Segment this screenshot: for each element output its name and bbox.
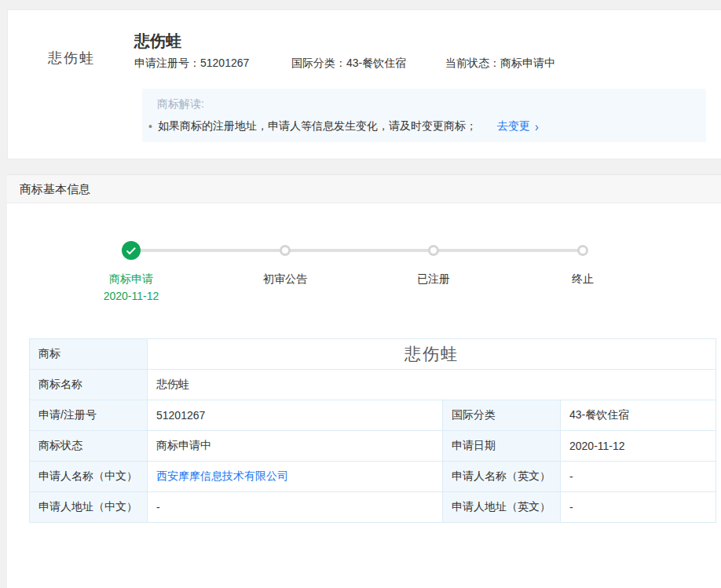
table-row: 商标名称 悲伤蛙 xyxy=(30,370,716,400)
table-row: 商标 悲伤蛙 xyxy=(30,339,716,370)
mark-image-text: 悲伤蛙 xyxy=(404,345,459,363)
table-row: 申请人地址（中文） - 申请人地址（英文） - xyxy=(30,492,716,523)
applicant-company-link[interactable]: 西安摩摩信息技术有限公司 xyxy=(156,469,288,482)
applicant-cn-label: 申请人名称（中文） xyxy=(30,462,148,492)
check-icon xyxy=(126,245,135,254)
mark-name-value: 悲伤蛙 xyxy=(148,370,716,400)
mark-image-cell: 悲伤蛙 xyxy=(148,339,716,370)
step-date-application: 2020-11-12 xyxy=(76,290,186,302)
bullet-icon: • xyxy=(148,120,152,133)
mark-name-label: 商标名称 xyxy=(30,370,148,400)
go-change-label: 去变更 xyxy=(497,119,530,133)
step-pending-circle-1 xyxy=(280,245,291,256)
chevron-right-icon: › xyxy=(535,119,539,133)
interpretation-bullet-line: • 如果商标的注册地址，申请人等信息发生变化，请及时变更商标； 去变更 › xyxy=(148,119,539,133)
reg-number-label: 申请/注册号 xyxy=(30,400,148,431)
timeline-connector xyxy=(131,249,583,252)
table-row: 申请/注册号 51201267 国际分类 43-餐饮住宿 xyxy=(30,400,716,431)
intl-class-label: 国际分类： xyxy=(291,57,346,69)
apply-date-label: 申请日期 xyxy=(443,431,561,462)
go-change-link[interactable]: 去变更 › xyxy=(497,119,539,133)
current-status-field: 当前状态：商标申请中 xyxy=(445,57,555,71)
trademark-header-card: 悲伤蛙 悲伤蛙 申请注册号：51201267 国际分类：43-餐饮住宿 当前状态… xyxy=(7,9,721,159)
interpretation-title: 商标解读: xyxy=(157,97,204,111)
step-done-circle xyxy=(122,241,141,260)
application-number-value: 51201267 xyxy=(200,57,249,69)
applicant-cn-cell: 西安摩摩信息技术有限公司 xyxy=(148,462,443,492)
interpretation-box: 商标解读: • 如果商标的注册地址，申请人等信息发生变化，请及时变更商标； 去变… xyxy=(142,89,706,142)
step-pending-circle-3 xyxy=(577,245,588,256)
applicant-en-value: - xyxy=(561,462,716,492)
address-en-label: 申请人地址（英文） xyxy=(443,492,561,523)
mark-status-label: 商标状态 xyxy=(30,431,148,462)
mark-label: 商标 xyxy=(30,339,148,370)
address-cn-label: 申请人地址（中文） xyxy=(30,492,148,523)
table-row: 申请人名称（中文） 西安摩摩信息技术有限公司 申请人名称（英文） - xyxy=(30,462,716,492)
interpretation-bullet-text: 如果商标的注册地址，申请人等信息发生变化，请及时变更商标； xyxy=(158,119,477,133)
basic-info-card: 商标基本信息 商标申请 2020-11-12 初审公告 已注册 终止 商标 悲伤… xyxy=(7,174,721,588)
current-status-value: 商标申请中 xyxy=(500,57,555,69)
intl-class-field: 国际分类：43-餐饮住宿 xyxy=(291,57,406,71)
intl-class-value: 43-餐饮住宿 xyxy=(346,57,406,69)
address-en-value: - xyxy=(561,492,716,523)
trademark-info-table: 商标 悲伤蛙 商标名称 悲伤蛙 申请/注册号 51201267 国际分类 43-… xyxy=(29,338,716,523)
apply-date-value: 2020-11-12 xyxy=(561,431,716,462)
trademark-image: 悲伤蛙 xyxy=(21,20,122,95)
trademark-image-text: 悲伤蛙 xyxy=(48,49,95,68)
mark-status-value: 商标申请中 xyxy=(148,431,443,462)
application-number-label: 申请注册号： xyxy=(134,57,200,69)
applicant-en-label: 申请人名称（英文） xyxy=(443,462,561,492)
table-row: 商标状态 商标申请中 申请日期 2020-11-12 xyxy=(30,431,716,462)
address-cn-value: - xyxy=(148,492,443,523)
current-status-label: 当前状态： xyxy=(445,57,500,69)
intl-class-cell-label: 国际分类 xyxy=(443,400,561,431)
reg-number-value: 51201267 xyxy=(148,400,443,431)
step-label-application: 商标申请 xyxy=(76,272,186,287)
step-label-terminated: 终止 xyxy=(528,272,638,287)
trademark-status-timeline: 商标申请 2020-11-12 初审公告 已注册 终止 xyxy=(7,175,721,332)
intl-class-cell-value: 43-餐饮住宿 xyxy=(561,400,716,431)
step-pending-circle-2 xyxy=(428,245,439,256)
step-label-registered: 已注册 xyxy=(379,272,489,287)
step-label-preliminary: 初审公告 xyxy=(230,272,340,287)
application-number-field: 申请注册号：51201267 xyxy=(134,57,249,71)
page-title: 悲伤蛙 xyxy=(134,31,181,52)
